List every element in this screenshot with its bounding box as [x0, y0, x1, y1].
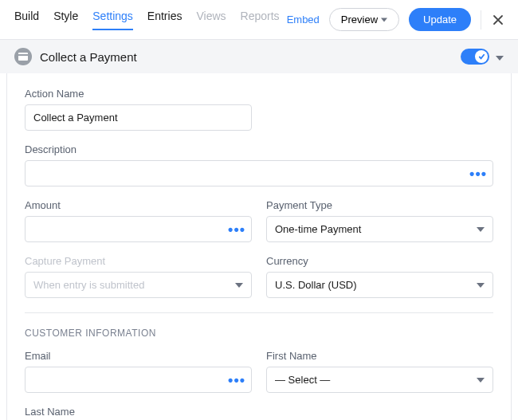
accordion-title: Collect a Payment	[40, 50, 137, 64]
email-menu-icon[interactable]: •••	[228, 371, 245, 388]
description-label: Description	[25, 143, 493, 155]
tab-reports[interactable]: Reports	[241, 10, 280, 30]
embed-link[interactable]: Embed	[287, 14, 320, 26]
email-input[interactable]	[25, 367, 252, 393]
tab-entries[interactable]: Entries	[147, 10, 182, 30]
settings-panel: Action Name Description ••• Amount ••• P…	[6, 73, 512, 420]
tab-build[interactable]: Build	[14, 10, 39, 30]
section-divider	[25, 312, 493, 313]
accordion-chevron[interactable]	[496, 50, 504, 63]
currency-select[interactable]: U.S. Dollar (USD)	[266, 272, 493, 298]
payment-type-select[interactable]: One-time Payment	[266, 216, 493, 242]
chevron-down-icon	[381, 17, 387, 23]
close-button[interactable]	[481, 10, 504, 29]
action-name-label: Action Name	[25, 88, 252, 100]
amount-menu-icon[interactable]: •••	[228, 221, 245, 237]
tab-views[interactable]: Views	[196, 10, 226, 30]
customer-info-heading: CUSTOMER INFORMATION	[25, 328, 493, 339]
payment-icon	[14, 48, 32, 65]
tab-style[interactable]: Style	[53, 10, 78, 30]
description-menu-icon[interactable]: •••	[469, 165, 487, 182]
preview-button-label: Preview	[341, 14, 378, 26]
amount-label: Amount	[25, 199, 252, 211]
svg-rect-0	[18, 53, 28, 61]
action-name-input[interactable]	[25, 104, 252, 131]
top-tabs: Build Style Settings Entries Views Repor…	[14, 10, 280, 30]
preview-button[interactable]: Preview	[329, 8, 399, 31]
description-input[interactable]	[25, 160, 493, 186]
accordion-header[interactable]: Collect a Payment	[0, 40, 518, 73]
tab-settings[interactable]: Settings	[92, 10, 133, 30]
action-enabled-toggle[interactable]	[461, 49, 489, 65]
capture-payment-select: When entry is submitted	[25, 272, 252, 298]
update-button[interactable]: Update	[409, 8, 471, 31]
close-icon	[492, 14, 504, 26]
last-name-label: Last Name	[25, 406, 252, 418]
email-label: Email	[25, 350, 252, 362]
first-name-select[interactable]: — Select —	[266, 367, 493, 393]
svg-rect-1	[18, 54, 28, 56]
payment-type-label: Payment Type	[266, 199, 493, 211]
capture-payment-label: Capture Payment	[25, 255, 252, 267]
check-icon	[478, 53, 485, 61]
toggle-knob	[475, 50, 488, 63]
chevron-down-icon	[496, 56, 504, 61]
first-name-label: First Name	[266, 350, 493, 362]
amount-input[interactable]	[25, 216, 252, 242]
currency-label: Currency	[266, 255, 493, 267]
